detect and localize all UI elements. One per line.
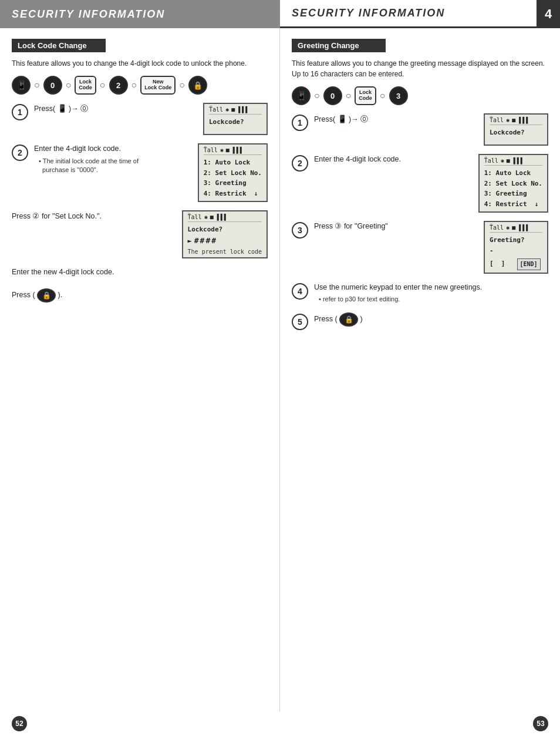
greeting-step-5: 5 Press ( 🔒 ) [292,312,548,330]
greeting-step-1-screen: T̈all✱■ ▌▌▌ Lockcode? [484,113,548,146]
greeting-step-2-text: Enter the 4-digit lock code. [314,154,474,165]
gr-step-circle-5: 5 [292,314,308,330]
greeting-step-3: 3 Press ③ for "Greeting" T̈all✱■ ▌▌▌ Gre… [292,221,548,273]
page-num-right: 53 [533,716,548,731]
two-key: 2 [109,76,128,95]
lcd-topbar-1: T̈all✱■ ▌▌▌ [209,106,262,115]
gr-lcd-topbar-3: T̈all✱■ ▌▌▌ [490,224,542,233]
greeting-step-4: 4 Use the numeric keypad to enter the ne… [292,282,548,304]
lock-step-2b-screen: T̈all✱■ ▌▌▌ Lockcode? ► #### The present… [182,210,268,258]
right-panel: Greeting Change This feature allows you … [280,28,560,711]
lock-step-2-content: Enter the 4-digit lock code. • The initi… [34,143,193,175]
greeting-step-2: 2 Enter the 4-digit lock code. T̈all✱■ ▌… [292,154,548,213]
gr-dot1: ○ [314,90,320,101]
greeting-key-sequence: 📱 ○ 0 ○ LockCode ○ 3 [292,86,548,105]
lock-step-4-text: Press ( 🔒 ). [12,288,268,303]
present-lock-label: The present lock code [188,248,262,255]
lock-code-description: This feature allows you to change the 4-… [12,58,268,69]
lock-step-1-screen: T̈all✱■ ▌▌▌ Lockcode? [203,103,268,135]
lock-code-key: LockCode [75,76,96,95]
greeting-step-3-left: 3 Press ③ for "Greeting" [292,221,479,238]
lock-step-2b-row: Press ② for "Set Lock No.". T̈all✱■ ▌▌▌ … [12,210,268,258]
dot3: ○ [100,80,106,90]
dot1: ○ [34,80,40,90]
greeting-step-1: 1 Press( 📱 )→ ⓪ T̈all✱■ ▌▌▌ Lockcode? [292,113,548,146]
gr-lcd-topbar-1: T̈all✱■ ▌▌▌ [490,117,542,125]
gr-step-circle-1: 1 [292,115,308,131]
gr-step-circle-2: 2 [292,155,308,172]
lock-step-2: 2 Enter the 4-digit lock code. • The ini… [12,143,268,202]
lock-step-1-left: 1 Press( 📱 )→ ⓪ [12,103,198,120]
greeting-step-1-content: Press( 📱 )→ ⓪ [314,113,479,127]
gr-dot2: ○ [346,90,352,101]
greeting-step-4-content: Use the numeric keypad to enter the new … [314,282,548,304]
lock-present-row: ► #### [188,235,262,247]
gr-lcd-content-3: Greeting? - [ ] [END] [490,235,542,270]
left-panel: Lock Code Change This feature allows you… [0,28,280,711]
lock-step-3-text: Enter the new 4-digit lock code. [12,267,268,278]
new-lock-code-key: NewLock Code [140,76,176,95]
input-brackets: [ ] [490,258,505,270]
lock-step-4-content: Press ( 🔒 ). [12,288,268,305]
end-button: [END] [517,258,541,270]
greeting-zero-key: 0 [323,86,342,105]
dot2: ○ [66,80,72,90]
lock-step-3-content: Enter the new 4-digit lock code. [12,267,268,280]
page-num-left: 52 [12,716,27,731]
greeting-step-2-screen: T̈all✱■ ▌▌▌ 1: Auto Lock 2: Set Lock No.… [478,154,548,213]
lock-step-3: Enter the new 4-digit lock code. [12,267,268,280]
left-header-bg: Security Information [0,0,280,28]
step-circle-2: 2 [12,144,28,161]
greeting-step-5-content: Press ( 🔒 ) [314,312,548,329]
gr-dot3: ○ [380,90,386,101]
greeting-three-key: 3 [389,86,408,105]
lock-step-2-left: 2 Enter the 4-digit lock code. • The ini… [12,143,193,175]
gr-step-circle-3: 3 [292,222,308,238]
step-circle-1: 1 [12,104,28,120]
bottom-row: 52 53 [0,711,560,736]
greeting-description: This feature allows you to change the gr… [292,58,548,79]
zero-key: 0 [43,76,62,95]
greeting-step-5-text: Press ( 🔒 ) [314,312,548,327]
greeting-phone-key: 📱 [292,86,311,105]
right-page-title: Security Information [292,7,445,19]
lock-step-2-text: Enter the 4-digit lock code. [34,143,193,154]
lock-step-4: Press ( 🔒 ). [12,288,268,305]
content-row: Lock Code Change This feature allows you… [0,28,560,711]
right-header-bg: Security Information 4 [280,0,560,28]
gr-lcd-content-1: Lockcode? [490,127,542,138]
lock-step-2b: Press ② for "Set Lock No.". T̈all✱■ ▌▌▌ … [12,210,268,258]
lock-code-section-title: Lock Code Change [12,39,106,52]
lock-code-key-sequence: 📱 ○ 0 ○ LockCode ○ 2 ○ NewLock Code ○ [12,76,268,95]
greeting-step-3-content: Press ③ for "Greeting" [314,221,479,234]
header-row: Security Information Security Informatio… [0,0,560,28]
lock-step-2-sub: • The initial lock code at the time of p… [39,157,193,175]
greeting-end-brackets: [ ] [END] [490,258,542,270]
lcd-content-2: 1: Auto Lock 2: Set Lock No. 3: Greeting… [204,157,262,199]
lcd-content-1: Lockcode? [209,117,262,127]
gr-lcd-content-2: 1: Auto Lock 2: Set Lock No. 3: Greeting… [484,168,542,209]
left-page-title: Security Information [12,8,165,21]
page-number: 4 [537,0,560,28]
greeting-step-3-screen: T̈all✱■ ▌▌▌ Greeting? - [ ] [END] [484,221,548,273]
lock-step-2-screen: T̈all✱■ ▌▌▌ 1: Auto Lock 2: Set Lock No.… [198,143,268,202]
greeting-step-3-text: Press ③ for "Greeting" [314,221,479,232]
greeting-lock-code-key: LockCode [355,86,376,105]
dot4: ○ [131,80,137,90]
lock-step-1-content: Press( 📱 )→ ⓪ [34,103,198,117]
dot5: ○ [179,80,185,90]
greeting-step-1-text: Press( 📱 )→ ⓪ [314,113,479,125]
phone-key: 📱 [12,76,31,95]
greeting-step-1-left: 1 Press( 📱 )→ ⓪ [292,113,479,131]
save-key-left: 🔒 [188,76,207,95]
greeting-section-title: Greeting Change [292,39,386,52]
lcd-topbar-2b: T̈all✱■ ▌▌▌ [188,214,262,222]
page-wrapper: Security Information Security Informatio… [0,0,560,736]
gr-lcd-topbar-2: T̈all✱■ ▌▌▌ [484,157,542,166]
greeting-step-4-text: Use the numeric keypad to enter the new … [314,282,548,293]
lcd-content-2b: Lockcode? ► #### [188,224,262,247]
lock-step-1-text: Press( 📱 )→ ⓪ [34,103,198,115]
greeting-step-2-left: 2 Enter the 4-digit lock code. [292,154,474,172]
lock-step-2b-text: Press ② for "Set Lock No.". [12,210,177,220]
lock-step-1: 1 Press( 📱 )→ ⓪ T̈all✱■ ▌▌▌ Lockcode? [12,103,268,135]
